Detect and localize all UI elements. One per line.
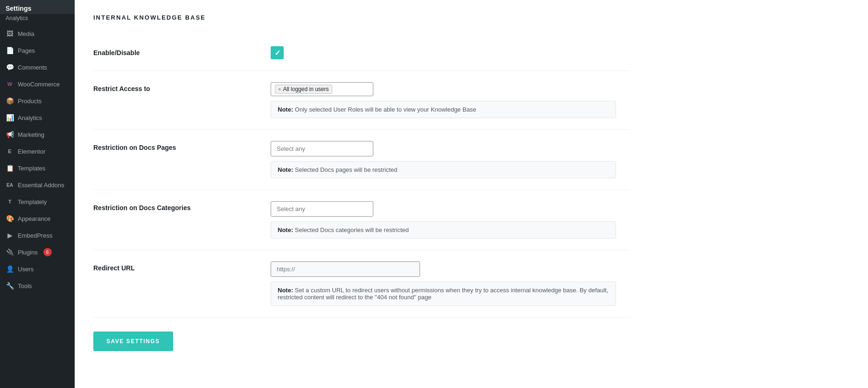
redirect-url-note-text: Set a custom URL to redirect users witho… <box>278 287 608 301</box>
sidebar-item-templately-label: Templately <box>18 198 47 205</box>
tools-icon: 🔧 <box>6 282 14 290</box>
sidebar-item-analytics-label: Analytics <box>18 114 42 121</box>
sidebar-item-woocommerce[interactable]: W WooCommerce <box>0 76 75 92</box>
sidebar: Settings Analytics 🖼 Media 📄 Pages 💬 Com… <box>0 0 75 388</box>
templately-icon: T <box>6 198 14 206</box>
appearance-icon: 🎨 <box>6 214 14 223</box>
restrict-access-note-text: Only selected User Roles will be able to… <box>295 106 476 113</box>
sidebar-item-marketing[interactable]: 📢 Marketing <box>0 126 75 143</box>
pages-icon: 📄 <box>6 46 14 55</box>
restriction-docs-pages-input[interactable] <box>271 141 373 156</box>
restrict-access-row: Restrict Access to × All logged in users… <box>93 71 630 130</box>
sidebar-item-woocommerce-label: WooCommerce <box>18 81 60 88</box>
plugins-icon: 🔌 <box>6 248 14 256</box>
restrict-access-note: Note: Only selected User Roles will be a… <box>271 101 616 118</box>
sidebar-item-pages[interactable]: 📄 Pages <box>0 42 75 59</box>
elementor-icon: E <box>6 147 14 155</box>
restriction-docs-pages-note-text: Selected Docs pages will be restricted <box>295 166 398 173</box>
sidebar-item-appearance[interactable]: 🎨 Appearance <box>0 210 75 227</box>
enable-disable-row: Enable/Disable ✓ <box>93 35 630 71</box>
sidebar-item-templately[interactable]: T Templately <box>0 193 75 210</box>
restriction-docs-categories-control: Note: Selected Docs categories will be r… <box>271 201 630 239</box>
templates-icon: 📋 <box>6 164 14 172</box>
redirect-url-row: Redirect URL Note: Set a custom URL to r… <box>93 250 630 317</box>
sidebar-item-essential-addons[interactable]: EA Essential Addons <box>0 176 75 193</box>
main-content: INTERNAL KNOWLEDGE BASE Enable/Disable ✓… <box>75 0 868 388</box>
sidebar-item-media[interactable]: 🖼 Media <box>0 25 75 42</box>
sidebar-item-products[interactable]: 📦 Products <box>0 92 75 109</box>
restriction-docs-pages-row: Restriction on Docs Pages Note: Selected… <box>93 130 630 190</box>
restriction-docs-categories-input[interactable] <box>271 201 373 217</box>
sidebar-item-tools-label: Tools <box>18 282 32 289</box>
enable-disable-label: Enable/Disable <box>93 46 271 56</box>
restriction-docs-categories-label: Restriction on Docs Categories <box>93 201 271 212</box>
restriction-docs-pages-note: Note: Selected Docs pages will be restri… <box>271 161 616 178</box>
plugins-badge: 6 <box>43 248 52 256</box>
restriction-docs-categories-note-label: Note: <box>278 226 293 233</box>
restriction-docs-categories-note: Note: Selected Docs categories will be r… <box>271 221 616 239</box>
sidebar-item-elementor-label: Elementor <box>18 148 45 155</box>
comments-icon: 💬 <box>6 63 14 71</box>
redirect-url-label: Redirect URL <box>93 261 271 272</box>
page-title: INTERNAL KNOWLEDGE BASE <box>93 14 849 21</box>
restriction-docs-pages-label: Restriction on Docs Pages <box>93 141 271 151</box>
redirect-url-input[interactable] <box>271 261 420 277</box>
sidebar-item-embedpress-label: EmbedPress <box>18 232 52 239</box>
sidebar-item-essential-addons-label: Essential Addons <box>18 182 64 189</box>
restriction-docs-categories-row: Restriction on Docs Categories Note: Sel… <box>93 190 630 250</box>
restriction-docs-pages-control: Note: Selected Docs pages will be restri… <box>271 141 630 178</box>
sidebar-item-templates[interactable]: 📋 Templates <box>0 160 75 176</box>
sidebar-item-analytics[interactable]: 📊 Analytics <box>0 109 75 126</box>
woocommerce-icon: W <box>6 80 14 88</box>
sidebar-analytics-sublabel: Analytics <box>6 15 28 21</box>
sidebar-item-marketing-label: Marketing <box>18 131 44 138</box>
sidebar-item-comments-label: Comments <box>18 64 47 71</box>
sidebar-item-embedpress[interactable]: ▶ EmbedPress <box>0 227 75 244</box>
products-icon: 📦 <box>6 97 14 105</box>
sidebar-settings-label: Settings <box>6 5 31 12</box>
redirect-url-control: Note: Set a custom URL to redirect users… <box>271 261 630 306</box>
sidebar-item-plugins[interactable]: 🔌 Plugins 6 <box>0 244 75 261</box>
restrict-access-note-label: Note: <box>278 106 293 113</box>
redirect-url-note-label: Note: <box>278 287 293 294</box>
restrict-access-tag-input[interactable]: × All logged in users <box>271 82 373 96</box>
sidebar-item-users-label: Users <box>18 266 34 273</box>
embedpress-icon: ▶ <box>6 231 14 240</box>
tag-label: All logged in users <box>283 86 329 92</box>
tag-close-icon[interactable]: × <box>278 86 281 92</box>
sidebar-item-appearance-label: Appearance <box>18 215 50 222</box>
sidebar-analytics-sub: Analytics <box>0 14 75 25</box>
sidebar-item-elementor[interactable]: E Elementor <box>0 143 75 160</box>
redirect-url-note: Note: Set a custom URL to redirect users… <box>271 282 616 306</box>
sidebar-settings-header: Settings <box>0 0 75 14</box>
sidebar-item-media-label: Media <box>18 30 34 37</box>
restriction-docs-pages-note-label: Note: <box>278 166 293 173</box>
sidebar-item-users[interactable]: 👤 Users <box>0 261 75 277</box>
restrict-access-control: × All logged in users Note: Only selecte… <box>271 82 630 118</box>
sidebar-item-products-label: Products <box>18 98 42 105</box>
essential-addons-icon: EA <box>6 181 14 189</box>
media-icon: 🖼 <box>6 29 14 38</box>
analytics-icon: 📊 <box>6 113 14 122</box>
sidebar-item-comments[interactable]: 💬 Comments <box>0 59 75 76</box>
settings-section: Enable/Disable ✓ Restrict Access to × Al… <box>93 35 630 351</box>
restriction-docs-categories-note-text: Selected Docs categories will be restric… <box>295 226 409 233</box>
save-settings-button[interactable]: SAVE SETTINGS <box>93 332 173 351</box>
users-icon: 👤 <box>6 265 14 273</box>
enable-disable-checkbox[interactable]: ✓ <box>271 46 284 59</box>
sidebar-item-tools[interactable]: 🔧 Tools <box>0 277 75 294</box>
sidebar-item-plugins-label: Plugins <box>18 249 38 256</box>
sidebar-item-templates-label: Templates <box>18 165 45 172</box>
restrict-access-label: Restrict Access to <box>93 82 271 92</box>
marketing-icon: 📢 <box>6 130 14 139</box>
enable-disable-control: ✓ <box>271 46 630 59</box>
checkmark-icon: ✓ <box>274 49 280 57</box>
tag-all-logged-in-users: × All logged in users <box>275 85 332 94</box>
sidebar-item-pages-label: Pages <box>18 47 35 54</box>
